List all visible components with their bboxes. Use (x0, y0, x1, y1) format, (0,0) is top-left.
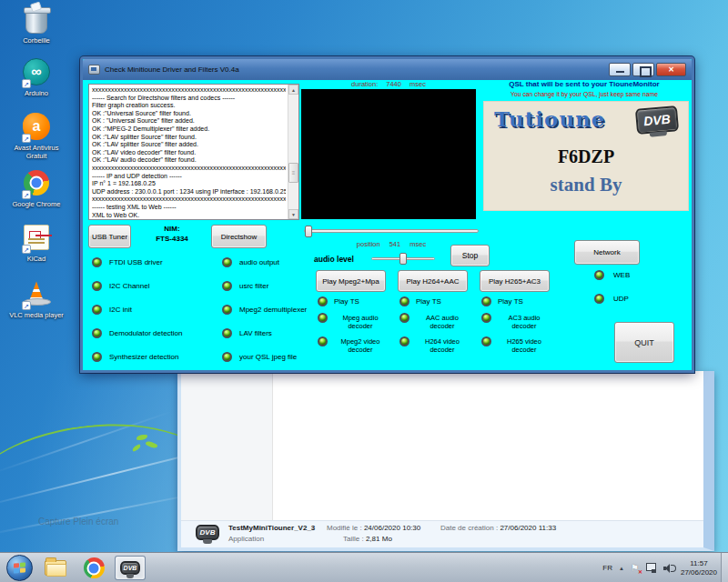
status-led-label: H264 video decoder (416, 337, 469, 354)
desktop-icon-label: VLC media player (9, 311, 64, 319)
green-led-icon (222, 328, 232, 338)
maximize-button[interactable] (632, 63, 654, 76)
start-button[interactable] (6, 555, 33, 581)
scrollbar-thumb[interactable]: ≡ (288, 163, 298, 183)
status-led-row: Play TS (481, 296, 560, 306)
desktop-icon-recycle-bin[interactable]: Corbeille (4, 4, 69, 45)
slider-thumb[interactable] (305, 226, 312, 237)
status-led-label: H265 video decoder (498, 337, 551, 354)
shortcut-arrow-icon: ↗ (22, 134, 31, 143)
shortcut-arrow-icon: ↗ (22, 79, 31, 88)
log-line: xxxxxxxxxxxxxxxxxxxxxxxxxxxxxxxxxxxxxxxx… (92, 196, 286, 204)
desktop-icon-kicad[interactable]: ↗ KiCad (4, 222, 69, 263)
green-led-icon (318, 336, 328, 346)
status-led-label: Play TS (334, 297, 359, 306)
status-led-row: Mpeg audio decoder (318, 313, 396, 330)
close-button[interactable]: ✕ (656, 63, 686, 76)
action-center-icon[interactable] (631, 563, 640, 574)
status-led-label: usrc filter (239, 282, 268, 290)
network-tray-icon[interactable] (646, 563, 657, 573)
green-led-icon (92, 328, 102, 338)
desktop: Capture Plein écran Corbeille ∞↗ Arduino… (0, 0, 728, 582)
status-led-label: LAV filters (239, 329, 272, 337)
green-led-icon (92, 305, 102, 315)
network-button[interactable]: Network (574, 240, 640, 265)
status-led-row: FTDI USB driver (92, 255, 183, 269)
green-led-icon (92, 352, 102, 362)
status-led-label: Mpeg2 demultiplexer (239, 306, 307, 314)
desktop-icon-label: Google Chrome (13, 200, 61, 208)
status-led-row: I2C init (92, 302, 183, 316)
clock[interactable]: 11:57 27/06/2020 (681, 559, 717, 577)
desktop-icon-avast[interactable]: a↗ Avast Antivirus Gratuit (4, 111, 69, 160)
green-led-icon (92, 281, 102, 291)
desktop-icon-vlc[interactable]: ↗ VLC media player (4, 278, 69, 319)
status-led-label: AAC audio decoder (416, 314, 469, 330)
window-title: Check Minitioune Driver and Filters V0.4… (105, 65, 239, 74)
audio-level-slider[interactable] (371, 253, 435, 265)
dvb-logo-text: DVB (200, 528, 216, 537)
status-led-label: UDP (613, 295, 629, 303)
log-line: xxxxxxxxxxxxxxxxxxxxxxxxxxxxxxxxxxxxxxxx… (92, 86, 286, 95)
qsl-image: Tutioune DVB F6DZP stand By (483, 101, 689, 211)
log-line: OK :"Universal Source" filter found. (92, 110, 286, 118)
shortcut-arrow-icon: ↗ (22, 301, 31, 310)
log-line: OK :"LAV splitter Source" filter found. (92, 134, 286, 142)
explorer-pane-divider (272, 371, 273, 520)
status-led-row: Mpeg2 demultiplexer (222, 302, 307, 316)
status-led-label: Demodulator detection (109, 329, 183, 337)
green-led-icon (399, 296, 410, 306)
desktop-icon-arduino[interactable]: ∞↗ Arduino (4, 56, 69, 97)
log-text: xxxxxxxxxxxxxxxxxxxxxxxxxxxxxxxxxxxxxxxx… (92, 86, 286, 217)
play-h264-button[interactable]: Play H264+AAC (398, 270, 468, 292)
status-led-label: WEB (613, 271, 630, 279)
status-led-label: I2C init (109, 306, 132, 314)
audio-level-label: audio level (314, 255, 354, 264)
desktop-icon-chrome[interactable]: ↗ Google Chrome (4, 167, 69, 208)
quit-button[interactable]: QUIT (614, 322, 674, 363)
status-led-row: Synthesizer detection (92, 349, 183, 364)
scroll-down-icon[interactable]: ▼ (288, 209, 298, 219)
shortcut-arrow-icon: ↗ (22, 245, 31, 254)
filter-status-leds: audio output usrc filter Mpeg2 demultipl… (222, 255, 307, 364)
web-status-row: WEB (594, 270, 630, 280)
status-led-row: AC3 audio decoder (481, 313, 560, 330)
green-led-icon (318, 296, 328, 306)
minimize-button[interactable] (609, 63, 631, 76)
duration-readout: duration:7440msec (301, 80, 476, 88)
file-modified: Modifié le : 24/06/2020 10:30 (327, 524, 420, 532)
file-type: Application (228, 535, 264, 543)
taskbar-explorer-button[interactable] (40, 556, 71, 580)
volume-icon[interactable] (663, 564, 674, 573)
hidden-icons-arrow[interactable]: ▲ (619, 566, 624, 571)
taskbar-chrome-button[interactable] (78, 556, 109, 580)
show-desktop-button[interactable] (721, 553, 728, 582)
chrome-icon (84, 557, 105, 578)
recycle-bin-icon (25, 10, 47, 34)
title-bar[interactable]: Check Minitioune Driver and Filters V0.4… (83, 59, 692, 80)
taskbar-minitioune-button[interactable]: DVB (115, 556, 146, 580)
directshow-button[interactable]: Directshow (211, 225, 267, 248)
usb-tuner-button[interactable]: USB Tuner (88, 225, 131, 248)
status-led-row: audio output (222, 255, 307, 269)
language-indicator[interactable]: FR (602, 564, 612, 572)
play-mpeg2-button[interactable]: Play Mpeg2+Mpa (316, 270, 386, 292)
green-led-icon (399, 336, 410, 346)
status-led-row: usrc filter (222, 278, 307, 293)
position-slider[interactable] (304, 226, 479, 237)
dvb-file-icon: DVB (196, 525, 219, 540)
status-led-row: H265 video decoder (481, 336, 560, 354)
log-scrollbar[interactable]: ▲ ≡ ▼ (288, 85, 298, 219)
slider-thumb[interactable] (399, 253, 407, 265)
stop-button[interactable]: Stop (450, 245, 490, 266)
status-led-label: Synthesizer detection (109, 353, 179, 361)
status-led-label: Play TS (416, 297, 441, 306)
status-led-row: LAV filters (222, 326, 307, 340)
play-h265-button[interactable]: Play H265+AC3 (480, 270, 550, 292)
app-window: Check Minitioune Driver and Filters V0.4… (80, 56, 694, 373)
green-led-icon (481, 313, 491, 323)
slider-track[interactable] (304, 229, 479, 233)
desktop-icon-label: KiCad (27, 255, 46, 263)
scroll-up-icon[interactable]: ▲ (288, 85, 298, 95)
log-textbox[interactable]: xxxxxxxxxxxxxxxxxxxxxxxxxxxxxxxxxxxxxxxx… (88, 84, 299, 220)
